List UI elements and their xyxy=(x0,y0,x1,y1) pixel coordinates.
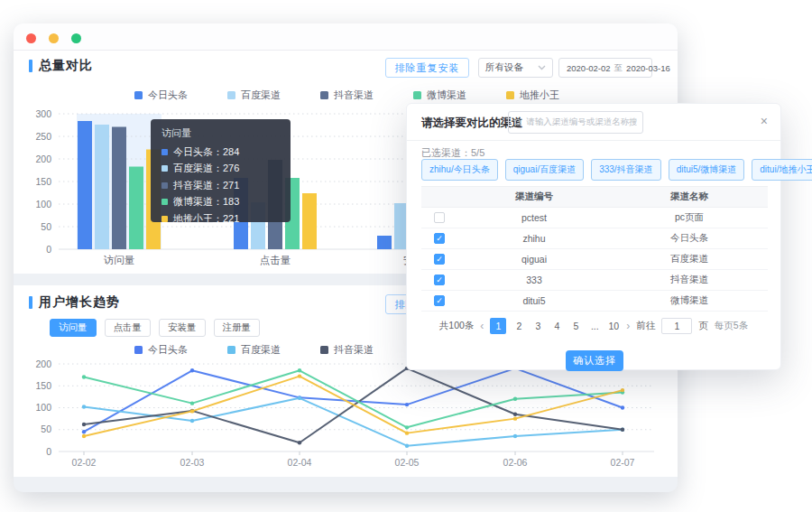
selected-channel-tags: zhihu/今日头条qiguai/百度渠道333/抖音渠道ditui5/微博渠道… xyxy=(421,159,812,181)
channel-name-column-header: 渠道名称 xyxy=(611,191,768,203)
legend-marker-icon xyxy=(227,346,235,354)
line-chart[interactable]: 05010015020002-0202-0302-0402-0502-0602-… xyxy=(14,355,677,472)
legend-marker-icon xyxy=(506,91,514,99)
tooltip-row: 地推小王：221 xyxy=(161,210,280,228)
table-row[interactable]: ✓ditui5微博渠道 xyxy=(421,291,768,312)
device-select[interactable]: 所有设备 xyxy=(478,58,553,78)
date-range-picker[interactable]: 2020-02-02 至 2020-03-16 xyxy=(558,58,652,78)
date-end: 2020-03-16 xyxy=(626,63,670,73)
channel-name-cell: 抖音渠道 xyxy=(611,274,768,286)
legend-marker-icon xyxy=(134,346,143,354)
selected-channel-tag[interactable]: 333/抖音渠道 xyxy=(591,159,660,181)
confirm-selection-button[interactable]: 确认选择 xyxy=(566,350,623,371)
goto-page-input[interactable]: 1 xyxy=(661,318,692,334)
legend-item[interactable]: 百度渠道 xyxy=(227,88,320,102)
channel-id-cell: ditui5 xyxy=(457,295,611,306)
section-accent-bar xyxy=(29,296,32,309)
pagination: 共100条 ‹ 12345...10 › 前往 1 页 每页5条 xyxy=(407,318,780,334)
bar-chart-tooltip: 访问量 今日头条：284百度渠道：276抖音渠道：271微博渠道：183地推小王… xyxy=(151,119,291,222)
svg-text:150: 150 xyxy=(35,380,51,391)
channel-table: 渠道编号 渠道名称 pctestpc页面✓zhihu今日头条✓qiguai百度渠… xyxy=(421,186,768,312)
selected-channel-tag[interactable]: ditui5/微博渠道 xyxy=(669,159,745,181)
section-accent-bar xyxy=(29,60,32,72)
legend-label: 地推小王 xyxy=(520,88,559,102)
prev-page-icon[interactable]: ‹ xyxy=(480,320,484,332)
page-number[interactable]: 3 xyxy=(531,318,544,334)
tooltip-row: 百度渠道：276 xyxy=(161,161,280,178)
row-checkbox[interactable]: ✓ xyxy=(434,233,445,244)
row-checkbox[interactable]: ✓ xyxy=(434,275,445,285)
table-row[interactable]: ✓zhihu今日头条 xyxy=(421,228,768,249)
table-row[interactable]: pctestpc页面 xyxy=(421,208,768,228)
tooltip-title: 访问量 xyxy=(161,126,280,140)
maximize-window-icon[interactable] xyxy=(71,33,81,43)
next-page-icon[interactable]: › xyxy=(626,320,630,332)
svg-text:250: 250 xyxy=(35,131,51,142)
close-window-icon[interactable] xyxy=(26,33,36,43)
channel-table-body: pctestpc页面✓zhihu今日头条✓qiguai百度渠道✓333抖音渠道✓… xyxy=(421,208,768,312)
channel-search-input[interactable]: 请输入渠道编号或渠道名称搜索 xyxy=(508,111,643,134)
legend-item[interactable]: 抖音渠道 xyxy=(320,88,413,102)
channel-id-cell: 333 xyxy=(457,275,611,285)
table-row[interactable]: ✓333抖音渠道 xyxy=(421,270,768,291)
close-icon[interactable]: × xyxy=(761,113,768,129)
tab-安装量[interactable]: 安装量 xyxy=(159,319,206,337)
row-checkbox[interactable]: ✓ xyxy=(434,254,445,265)
tooltip-series-value: 百度渠道：276 xyxy=(173,162,239,175)
legend-item[interactable]: 微博渠道 xyxy=(413,88,506,102)
checkbox-cell: ✓ xyxy=(421,254,457,265)
search-placeholder: 请输入渠道编号或渠道名称搜索 xyxy=(526,116,637,128)
page-number[interactable]: 2 xyxy=(512,318,525,334)
minimize-window-icon[interactable] xyxy=(49,33,59,43)
page-number[interactable]: 4 xyxy=(550,318,563,334)
section-title: 总量对比 xyxy=(39,58,93,74)
page-number[interactable]: 5 xyxy=(569,318,582,334)
selected-channels-label: 已选渠道：5/5 xyxy=(421,146,484,160)
legend-label: 抖音渠道 xyxy=(334,88,374,102)
tooltip-series-marker-icon xyxy=(161,216,168,222)
tooltip-series-value: 地推小王：221 xyxy=(173,212,239,226)
svg-text:0: 0 xyxy=(46,446,51,457)
legend-item[interactable]: 今日头条 xyxy=(134,88,227,102)
metric-tabs: 访问量点击量安装量注册量 xyxy=(50,319,260,337)
tooltip-series-value: 微博渠道：183 xyxy=(173,195,239,209)
tooltip-series-value: 今日头条：284 xyxy=(173,145,239,159)
window-titlebar xyxy=(14,23,678,51)
exclude-duplicate-install-button[interactable]: 排除重复安装 xyxy=(385,58,469,78)
selected-channel-tag[interactable]: zhihu/今日头条 xyxy=(421,159,498,181)
svg-text:点击量: 点击量 xyxy=(260,255,291,265)
row-checkbox[interactable]: ✓ xyxy=(434,295,445,306)
svg-text:02-04: 02-04 xyxy=(288,457,312,468)
legend-marker-icon xyxy=(413,91,421,99)
legend-label: 百度渠道 xyxy=(241,88,281,102)
row-checkbox[interactable] xyxy=(434,212,445,223)
page-numbers: 12345...10 xyxy=(490,318,620,334)
date-separator: 至 xyxy=(614,62,623,74)
channel-id-cell: qiguai xyxy=(457,254,611,265)
bar-chart-legend: 今日头条百度渠道抖音渠道微博渠道地推小王 xyxy=(134,88,599,102)
section-title: 用户增长趋势 xyxy=(39,294,120,311)
tab-注册量[interactable]: 注册量 xyxy=(214,319,261,337)
table-row[interactable]: ✓qiguai百度渠道 xyxy=(421,249,768,270)
selected-channel-tag[interactable]: ditui/地推小王 xyxy=(752,159,812,181)
search-icon xyxy=(514,118,522,127)
page-number[interactable]: 10 xyxy=(607,318,620,334)
modal-header: 请选择要对比的渠道 请输入渠道编号或渠道名称搜索 × xyxy=(407,104,780,141)
legend-marker-icon xyxy=(227,91,235,99)
channel-name-cell: 百度渠道 xyxy=(611,253,768,265)
checkbox-cell: ✓ xyxy=(421,295,457,306)
selected-channel-tag[interactable]: qiguai/百度渠道 xyxy=(505,159,584,181)
tooltip-series-marker-icon xyxy=(161,199,168,205)
per-page-label: 每页5条 xyxy=(715,320,748,332)
tab-点击量[interactable]: 点击量 xyxy=(105,319,152,337)
legend-label: 今日头条 xyxy=(148,88,188,102)
goto-label: 前往 xyxy=(636,320,655,332)
legend-item[interactable]: 地推小王 xyxy=(506,88,599,102)
svg-text:50: 50 xyxy=(41,424,51,434)
page-number[interactable]: 1 xyxy=(490,318,506,334)
channel-id-cell: pctest xyxy=(457,212,611,223)
svg-text:0: 0 xyxy=(46,244,51,255)
tab-访问量[interactable]: 访问量 xyxy=(50,319,97,337)
svg-text:100: 100 xyxy=(35,199,51,209)
svg-text:100: 100 xyxy=(35,402,51,413)
